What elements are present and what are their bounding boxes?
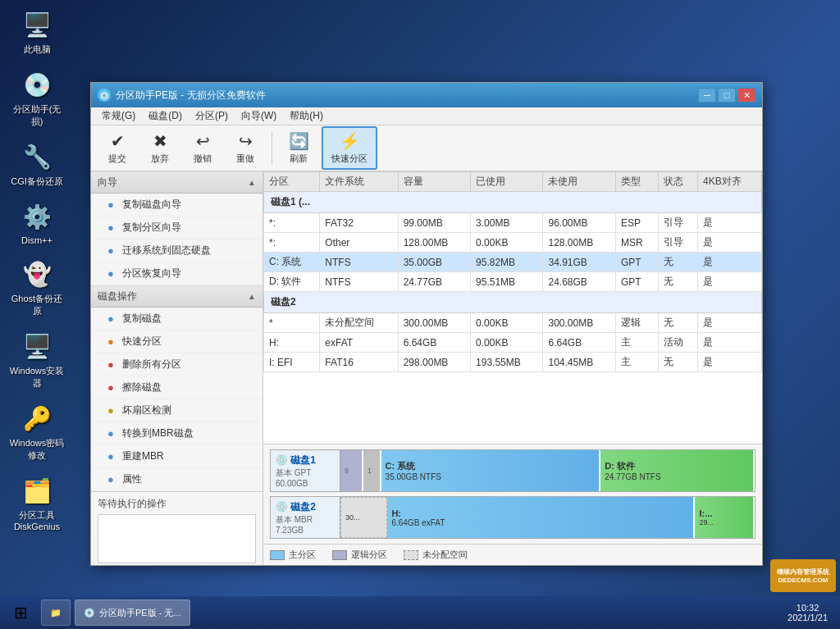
copy-disk-icon: ● [104, 198, 117, 212]
disk1-partitions: 9 1 C: 系统 35.00GB NTFS D: 软件 2 [340, 450, 755, 491]
partition-table-wrapper[interactable]: 分区 文件系统 容量 已使用 未使用 类型 状态 4KB对齐 [263, 171, 762, 444]
d1r4-fs: NTFS [320, 272, 398, 292]
windows-pwd-label: Windows密码修改 [8, 437, 66, 462]
sidebar-item-bad-sector[interactable]: ● 坏扇区检测 [91, 399, 262, 422]
sidebar-item-copy-disk2[interactable]: ● 复制磁盘 [91, 308, 262, 330]
wizard-collapse-btn[interactable]: ▲ [248, 178, 256, 187]
disk1-visual-size: 60.00GB [276, 479, 335, 488]
discard-button[interactable]: ✖ 放弃 [140, 127, 180, 169]
d1r1-align: 是 [698, 213, 762, 233]
disk-part-h-exfat[interactable]: H: 6.64GB exFAT [387, 497, 695, 538]
this-pc-label: 此电脑 [24, 43, 51, 56]
d1r3-align: 是 [698, 253, 762, 272]
pending-box [98, 514, 256, 563]
disk-part-h-name: H: [391, 508, 689, 518]
d1r1-partition: *: [264, 213, 320, 233]
menu-partition[interactable]: 分区(P) [189, 107, 235, 125]
disk-part-c-system[interactable]: C: 系统 35.00GB NTFS [381, 450, 601, 491]
sidebar-item-properties[interactable]: ● 属性 [91, 468, 262, 491]
undo-button[interactable]: ↩ 撤销 [183, 127, 222, 169]
d2r1-partition: * [264, 313, 320, 333]
d1r4-size: 24.77GB [398, 272, 470, 292]
desktop-icon-dism[interactable]: ⚙️ Dism++ [8, 200, 66, 245]
disk-ops-section-label: 磁盘操作 [98, 289, 137, 303]
refresh-button[interactable]: 🔄 刷新 [279, 127, 318, 169]
disk-part-i-name: I:... [699, 508, 749, 518]
quick-partition2-label: 快速分区 [122, 335, 162, 349]
desktop-icon-windows-install[interactable]: 🖥️ Windows安装器 [8, 330, 66, 390]
legend-unalloc: 未分配空间 [404, 549, 468, 561]
desktop-icon-cgi[interactable]: 🔧 CGI备份还原 [8, 140, 66, 188]
disk-part-i-fat16[interactable]: I:... 29... [695, 497, 755, 538]
d2r2-free: 6.64GB [543, 333, 615, 353]
table-row[interactable]: H: exFAT 6.64GB 0.00KB 6.64GB 主 活动 是 [264, 333, 762, 353]
disk1-label-box: 💿 磁盘1 基本 GPT 60.00GB [271, 450, 340, 491]
table-row[interactable]: C: 系统 NTFS 35.00GB 95.82MB 34.91GB GPT 无… [264, 253, 762, 272]
disk-part-h-info: 6.64GB exFAT [391, 518, 689, 527]
d2r3-size: 298.00MB [398, 353, 470, 372]
menu-bar: 常规(G) 磁盘(D) 分区(P) 向导(W) 帮助(H) [91, 107, 762, 125]
submit-button[interactable]: ✔ 提交 [98, 127, 137, 169]
close-button[interactable]: ✕ [737, 88, 756, 103]
wizard-section-header: 向导 ▲ [91, 171, 262, 194]
menu-wizard[interactable]: 向导(W) [235, 107, 283, 125]
desktop-icon-partition[interactable]: 💿 分区助手(无损) [8, 68, 66, 128]
col-size: 容量 [398, 172, 470, 192]
copy-partition-icon: ● [104, 221, 117, 235]
d2r1-type: 逻辑 [615, 313, 658, 333]
menu-help[interactable]: 帮助(H) [283, 107, 330, 125]
sidebar-item-rebuild-mbr[interactable]: ● 重建MBR [91, 445, 262, 468]
sidebar-item-quick-partition2[interactable]: ● 快速分区 [91, 330, 262, 353]
bad-sector-label: 坏扇区检测 [122, 403, 171, 417]
redo-button[interactable]: ↪ 重做 [226, 127, 265, 169]
d1r4-used: 95.51MB [471, 272, 543, 292]
sidebar-item-migrate-ssd[interactable]: ● 迁移系统到固态硬盘 [91, 239, 262, 262]
maximize-button[interactable]: □ [718, 88, 736, 103]
taskbar-time: 10:32 [788, 603, 828, 613]
toolbar-separator [272, 132, 272, 165]
taskbar-active-window[interactable]: 💿 分区助手PE版 - 无... [75, 599, 190, 626]
table-row[interactable]: * 未分配空间 300.00MB 0.00KB 300.00MB 逻辑 无 是 [264, 313, 762, 333]
menu-disk[interactable]: 磁盘(D) [142, 107, 189, 125]
minimize-button[interactable]: ─ [698, 88, 716, 103]
disk-part-msr[interactable]: 1 [363, 450, 381, 491]
sidebar-item-to-mbr[interactable]: ● 转换到MBR磁盘 [91, 422, 262, 445]
sidebar-item-delete-all[interactable]: ● 删除所有分区 [91, 353, 262, 376]
disk1-header-row: 磁盘1 (... [264, 192, 762, 213]
desktop-icon-ghost[interactable]: 👻 Ghost备份还原 [8, 258, 66, 317]
disk-part-d-data[interactable]: D: 软件 24.77GB NTFS [600, 450, 755, 491]
disk1-visual-row[interactable]: 💿 磁盘1 基本 GPT 60.00GB 9 1 [270, 449, 756, 492]
discard-icon: ✖ [153, 131, 167, 151]
d1r4-partition: D: 软件 [264, 272, 320, 292]
main-panel: 分区 文件系统 容量 已使用 未使用 类型 状态 4KB对齐 [263, 171, 762, 565]
watermark-line1: 继续内容管理系统 [777, 567, 829, 577]
col-status: 状态 [658, 172, 697, 192]
table-row[interactable]: *: Other 128.00MB 0.00KB 128.00MB MSR 引导… [264, 233, 762, 253]
disk-part-c-name: C: 系统 [386, 460, 596, 472]
taskbar-file-explorer[interactable]: 📁 [41, 599, 71, 626]
properties-icon: ● [104, 473, 117, 486]
d2r3-free: 104.45MB [543, 353, 615, 372]
start-button[interactable]: ⊞ [4, 599, 37, 626]
disk-ops-collapse-btn[interactable]: ▲ [248, 292, 256, 301]
sidebar-item-copy-partition[interactable]: ● 复制分区向导 [91, 217, 262, 239]
sidebar-item-copy-disk[interactable]: ● 复制磁盘向导 [91, 194, 262, 217]
menu-general[interactable]: 常规(G) [95, 107, 142, 125]
disk-part-esp[interactable]: 9 [340, 450, 363, 491]
table-row[interactable]: I: EFI FAT16 298.00MB 193.55MB 104.45MB … [264, 353, 762, 372]
table-row[interactable]: *: FAT32 99.00MB 3.00MB 96.00MB ESP 引导 是 [264, 213, 762, 233]
table-row[interactable]: D: 软件 NTFS 24.77GB 95.51MB 24.68GB GPT 无… [264, 272, 762, 292]
sidebar-item-restore-partition[interactable]: ● 分区恢复向导 [91, 262, 262, 285]
d1r3-status: 无 [658, 253, 697, 272]
dism-icon: ⚙️ [21, 200, 53, 233]
window-title: 分区助手PE版 - 无损分区免费软件 [116, 89, 698, 103]
disk-part-unalloc[interactable]: 30... [340, 497, 387, 538]
quick-partition-button[interactable]: ⚡ 快速分区 [322, 126, 377, 170]
desktop-icon-this-pc[interactable]: 🖥️ 此电脑 [8, 8, 66, 56]
desktop-icon-windows-pwd[interactable]: 🔑 Windows密码修改 [8, 402, 66, 462]
desktop-icon-diskgenius[interactable]: 🗂️ 分区工具DiskGenius [8, 474, 66, 531]
d2r2-size: 6.64GB [398, 333, 470, 353]
disk2-visual-row[interactable]: 💿 磁盘2 基本 MBR 7.23GB 30... H: 6.64GB exFA… [270, 496, 756, 539]
partition-icon: 💿 [21, 68, 53, 101]
sidebar-item-wipe-disk[interactable]: ● 擦除磁盘 [91, 376, 262, 399]
